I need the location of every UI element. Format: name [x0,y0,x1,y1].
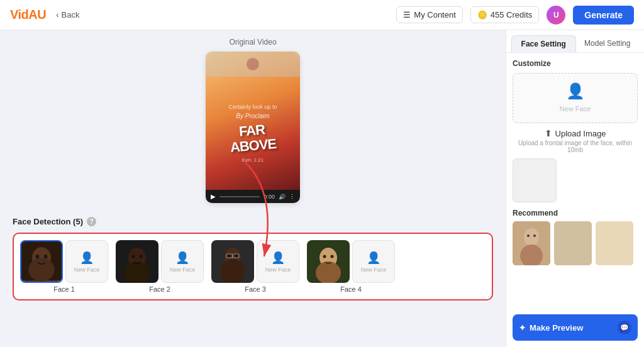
play-button[interactable]: ▶ [211,193,216,200]
face-pair-2: 👤 New Face [116,240,204,283]
chat-icon: 💬 [618,321,631,334]
svg-point-10 [140,255,143,258]
logo: VidAU [10,8,46,22]
svg-point-14 [228,255,231,257]
face-pair-3: 👤 New Face [211,240,299,283]
video-label: Original Video [229,38,276,47]
recommend-row [513,221,638,265]
chevron-left-icon: ‹ [56,10,58,19]
credits-button[interactable]: 🪙 455 Credits [470,6,539,23]
upload-hint: Upload a frontal image of the face, with… [513,140,638,153]
face-thumb-2[interactable] [116,240,158,283]
tab-model-setting[interactable]: Model Setting [576,35,640,52]
face-thumb-3[interactable] [211,240,254,283]
credits-label: 455 Credits [491,10,532,19]
video-overlay-text: Certainly look up to By Proclaim FARABOV… [223,99,282,168]
my-content-label: My Content [414,10,455,19]
customize-label: Customize [513,59,638,68]
face-1-image [21,241,62,282]
image-preview-box [513,158,557,202]
my-content-button[interactable]: ☰ My Content [396,6,462,23]
svg-point-24 [524,228,539,246]
help-icon[interactable]: ? [87,217,96,226]
new-face-placeholder-text: New Face [560,105,591,113]
video-title: FARABOVE [228,121,279,156]
face-group-3: 👤 New Face Face 3 [211,240,299,293]
header: VidAU ‹ Back ☰ My Content 🪙 455 Credits … [0,0,644,30]
svg-point-9 [132,255,135,258]
blurred-face [247,58,259,70]
new-face-2[interactable]: 👤 New Face [161,240,204,283]
faces-container: 👤 New Face Face 1 [13,233,493,300]
panel-body: Customize 👤 New Face ⬆ Upload Image Uplo… [506,53,644,314]
generate-button[interactable]: Generate [573,6,634,25]
more-button[interactable]: ⋮ [289,194,295,200]
time-display: 0:00 [264,194,275,200]
svg-point-3 [28,258,54,282]
header-actions: ☰ My Content 🪙 455 Credits U Generate [396,6,634,25]
face-name-2: Face 2 [149,285,170,293]
face-pair-4: 👤 New Face [307,240,395,283]
main-content: Original Video Certainly look up to By P… [0,30,644,347]
face-group-2: 👤 New Face Face 2 [116,240,204,293]
panel-tabs: Face Setting Model Setting [506,30,644,53]
face-thumb-1[interactable] [20,240,63,283]
face-detection-title: Face Detection (5) [13,217,83,226]
video-controls[interactable]: ▶ 0:00 🔊 ⋮ [206,190,300,203]
face-pair-1: 👤 New Face [20,240,108,283]
svg-rect-29 [596,221,633,265]
right-panel: Face Setting Model Setting Customize 👤 N… [506,30,644,347]
content-icon: ☰ [403,10,411,19]
new-face-1[interactable]: 👤 New Face [65,240,108,283]
video-card: Certainly look up to By Proclaim FARABOV… [206,52,300,203]
face-name-4: Face 4 [340,285,362,293]
center-panel: Original Video Certainly look up to By P… [0,30,506,347]
new-face-3[interactable]: 👤 New Face [257,240,299,283]
face-name-3: Face 3 [245,285,266,293]
svg-point-5 [44,255,48,259]
person-icon-2: 👤 [175,251,189,265]
recommend-thumb-2[interactable] [554,221,592,265]
svg-point-4 [36,255,40,259]
upload-area[interactable]: 👤 New Face [513,73,638,123]
svg-point-22 [331,255,334,258]
avatar[interactable]: U [547,6,565,25]
video-thumbnail: Certainly look up to By Proclaim FARABOV… [206,52,300,190]
volume-button[interactable]: 🔊 [279,194,286,200]
video-top-blur [206,52,300,77]
recommend-thumb-1[interactable] [513,221,550,265]
person-icon-3: 👤 [271,251,285,265]
svg-point-15 [235,255,238,257]
upload-icon: ⬆ [545,128,552,138]
coin-icon: 🪙 [477,10,487,19]
svg-point-26 [527,234,530,237]
upload-image-label: Upload Image [555,129,606,138]
recommend-thumb-3[interactable] [596,221,633,265]
back-button[interactable]: ‹ Back [56,10,79,19]
face-thumb-4[interactable] [307,240,350,283]
progress-bar[interactable] [219,196,260,197]
upload-person-icon: 👤 [522,82,628,100]
face-detection-header: Face Detection (5) ? [13,217,493,226]
face-name-1: Face 1 [53,285,75,293]
svg-point-27 [533,234,536,237]
svg-rect-28 [554,221,592,265]
person-icon-4: 👤 [367,251,380,265]
face-group-1: 👤 New Face Face 1 [20,240,108,293]
face-group-4: 👤 New Face Face 4 [307,240,395,293]
face-detection-section: Face Detection (5) ? [13,211,493,300]
recommend-label: Recommend [513,209,638,218]
new-face-4[interactable]: 👤 New Face [352,240,395,283]
upload-btn-row: ⬆ Upload Image [513,128,638,138]
person-icon-1: 👤 [80,251,94,265]
tab-face-setting[interactable]: Face Setting [511,35,576,52]
make-preview-button[interactable]: ✦ Make Preview 💬 [513,314,638,341]
svg-point-21 [323,255,326,258]
sparkle-icon: ✦ [519,323,526,333]
